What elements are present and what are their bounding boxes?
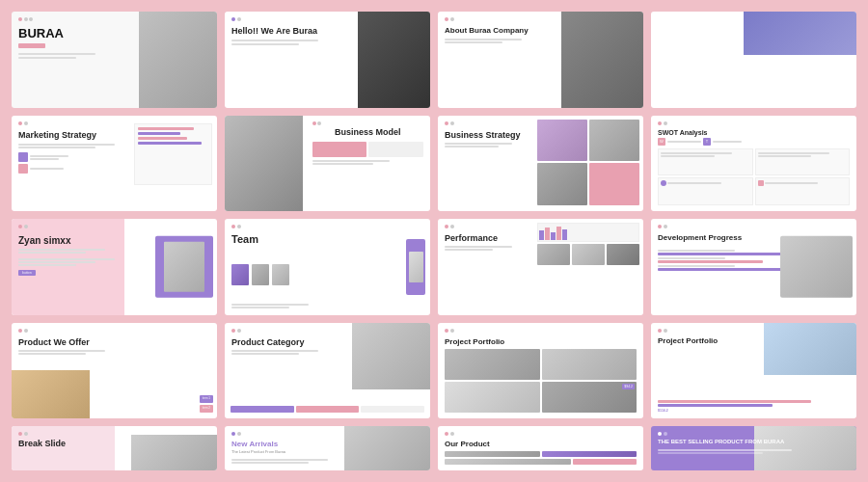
team-title: Team	[231, 233, 423, 245]
marketing-icon1	[18, 152, 28, 162]
business-model-person-image	[225, 116, 303, 212]
slide-performance[interactable]: Performance	[438, 219, 643, 315]
slide-project-portfolio-1[interactable]: Project Portfolio $94.2	[438, 323, 643, 419]
marketing-text2	[18, 147, 95, 148]
business-model-title: Business Model	[312, 127, 423, 137]
buraa-text1	[18, 53, 95, 55]
slide-history[interactable]: History Buraa	[651, 12, 856, 108]
history-image-top	[744, 12, 856, 55]
slide-break[interactable]: Break Slide	[12, 426, 217, 470]
portfolio2-price: $114.2	[658, 409, 850, 413]
swot-opportunity-icon	[758, 180, 764, 186]
slide-buraa[interactable]: BURAA	[12, 12, 217, 108]
team-avatar-1	[231, 264, 249, 285]
team-avatars	[231, 249, 423, 301]
swot-strength-icon	[661, 180, 666, 186]
slide-new-arrivals[interactable]: New Arrivals The Latest Product From Bur…	[225, 426, 430, 470]
performance-title: Performance	[445, 233, 531, 243]
product-offer-boxes: item 1 item 2	[200, 395, 213, 413]
slide-our-product[interactable]: Our Product	[438, 426, 643, 470]
slide-zyan[interactable]: Zyan simxx button	[12, 219, 217, 315]
break-title: Break Slide	[18, 439, 210, 448]
slide-best-selling[interactable]: THE BEST SELLING PRODUCT FROM BURAA	[651, 426, 856, 470]
zyan-button[interactable]: button	[18, 270, 36, 276]
dev-progress-title: Development Progress	[658, 233, 745, 243]
zyan-person-card	[155, 235, 213, 298]
marketing-title: Marketing Strategy	[18, 130, 133, 141]
team-avatar-2	[252, 264, 269, 285]
performance-chart	[537, 223, 640, 242]
hello-title: Hello!! We Are Buraa	[231, 26, 337, 37]
our-product-title: Our Product	[445, 440, 637, 448]
team-avatar-3	[272, 264, 289, 285]
about-person-image	[561, 12, 643, 108]
performance-content-right	[537, 223, 640, 309]
project-portfolio-1-images: $94.2	[445, 349, 637, 414]
dev-progress-image	[780, 235, 853, 298]
buraa-accent-bar	[18, 43, 45, 48]
project-portfolio-1-title: Project Portfolio	[445, 337, 637, 346]
swot-grid	[658, 148, 850, 206]
team-card-image	[409, 252, 423, 282]
hello-text2	[231, 43, 299, 45]
product-cat-title: Product Category	[231, 337, 337, 348]
about-title: About Buraa Company	[445, 26, 541, 36]
product-cat-image	[352, 323, 430, 390]
project-portfolio-2-image	[764, 323, 856, 376]
product-offer-image	[12, 370, 90, 418]
slide-swot[interactable]: SWOT Analysis W T	[651, 116, 856, 212]
business-model-box2	[368, 142, 423, 157]
best-selling-title: THE BEST SELLING PRODUCT FROM BURAA	[658, 439, 850, 446]
marketing-icon2	[18, 164, 28, 174]
slide-product-cat[interactable]: Product Category	[225, 323, 430, 419]
slide-business-model[interactable]: Business Model	[225, 116, 430, 212]
hello-person-image	[358, 12, 430, 108]
business-model-content: Business Model	[312, 121, 423, 166]
marketing-sidebar-box	[134, 123, 212, 186]
project-portfolio-2-bars: $114.2	[658, 398, 850, 413]
slide-biz-strategy[interactable]: Business Strategy	[438, 116, 643, 212]
performance-images	[537, 244, 640, 265]
new-arrivals-image	[344, 426, 430, 470]
hello-text1	[231, 40, 318, 41]
swot-w-icon: W	[658, 138, 665, 146]
swot-title: SWOT Analysis	[658, 129, 850, 136]
slide-marketing[interactable]: Marketing Strategy	[12, 116, 217, 212]
slide-grid: BURAA Hello!! We Are Buraa About Buraa C…	[12, 12, 856, 470]
about-text1	[445, 39, 522, 40]
biz-strategy-images	[537, 120, 640, 206]
team-card	[406, 239, 425, 295]
buraa-person-image	[139, 12, 217, 108]
swot-t-icon: T	[703, 138, 711, 146]
about-text2	[445, 41, 502, 43]
slide-product-offer[interactable]: Product We Offer item 1 item 2	[12, 323, 217, 419]
our-product-content	[445, 451, 637, 465]
business-model-box1	[312, 142, 367, 157]
slide-about[interactable]: About Buraa Company	[438, 12, 643, 108]
product-cat-boxes	[231, 406, 424, 413]
slide-project-portfolio-2[interactable]: Project Portfolio $114.2	[651, 323, 856, 419]
zyan-person-image	[164, 242, 204, 292]
biz-strategy-title: Business Strategy	[445, 130, 531, 141]
slide-dev-progress[interactable]: Development Progress	[651, 219, 856, 315]
product-offer-title: Product We Offer	[18, 337, 123, 348]
slide-hello[interactable]: Hello!! We Are Buraa	[225, 12, 430, 108]
portfolio1-price: $94.2	[622, 384, 635, 389]
slide-team[interactable]: Team	[225, 219, 430, 315]
marketing-text1	[18, 144, 115, 146]
buraa-text2	[18, 57, 76, 59]
